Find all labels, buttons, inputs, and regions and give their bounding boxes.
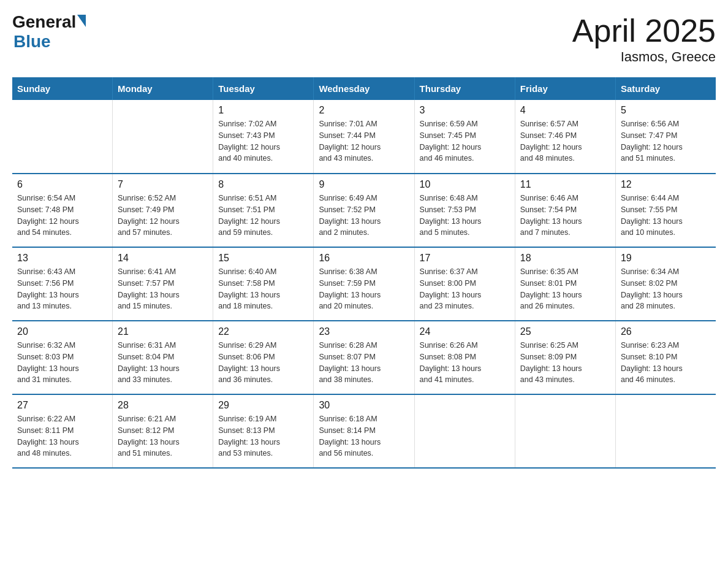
- week-row-1: 1Sunrise: 7:02 AM Sunset: 7:43 PM Daylig…: [12, 100, 716, 174]
- day-number: 7: [118, 179, 208, 190]
- day-info: Sunrise: 7:01 AM Sunset: 7:44 PM Dayligh…: [319, 118, 409, 164]
- weekday-header-tuesday: Tuesday: [213, 77, 314, 100]
- calendar-cell: 27Sunrise: 6:22 AM Sunset: 8:11 PM Dayli…: [12, 394, 113, 468]
- day-info: Sunrise: 6:38 AM Sunset: 7:59 PM Dayligh…: [319, 266, 409, 312]
- day-number: 9: [319, 179, 409, 190]
- day-number: 1: [218, 105, 308, 116]
- calendar-cell: 14Sunrise: 6:41 AM Sunset: 7:57 PM Dayli…: [113, 247, 213, 321]
- calendar-cell: 29Sunrise: 6:19 AM Sunset: 8:13 PM Dayli…: [213, 394, 314, 468]
- weekday-header-wednesday: Wednesday: [314, 77, 414, 100]
- day-info: Sunrise: 6:18 AM Sunset: 8:14 PM Dayligh…: [319, 413, 409, 459]
- calendar-cell: 30Sunrise: 6:18 AM Sunset: 8:14 PM Dayli…: [314, 394, 414, 468]
- day-number: 25: [520, 326, 610, 337]
- logo-general-text: General: [12, 12, 76, 32]
- day-number: 8: [218, 179, 308, 190]
- day-number: 3: [420, 105, 510, 116]
- day-info: Sunrise: 6:37 AM Sunset: 8:00 PM Dayligh…: [420, 266, 510, 312]
- logo-blue-text: Blue: [13, 32, 51, 51]
- day-info: Sunrise: 6:23 AM Sunset: 8:10 PM Dayligh…: [621, 340, 711, 386]
- day-number: 28: [118, 400, 208, 411]
- day-info: Sunrise: 6:22 AM Sunset: 8:11 PM Dayligh…: [17, 413, 107, 459]
- day-number: 19: [621, 253, 711, 264]
- day-number: 14: [118, 253, 208, 264]
- logo: General Blue: [12, 12, 86, 52]
- calendar-cell: 20Sunrise: 6:32 AM Sunset: 8:03 PM Dayli…: [12, 321, 113, 394]
- calendar-cell: 7Sunrise: 6:52 AM Sunset: 7:49 PM Daylig…: [113, 174, 213, 247]
- day-info: Sunrise: 6:32 AM Sunset: 8:03 PM Dayligh…: [17, 340, 107, 386]
- day-info: Sunrise: 6:21 AM Sunset: 8:12 PM Dayligh…: [118, 413, 208, 459]
- calendar-cell: [414, 394, 515, 468]
- day-number: 18: [520, 253, 610, 264]
- day-number: 20: [17, 326, 107, 337]
- weekday-header-row: SundayMondayTuesdayWednesdayThursdayFrid…: [12, 77, 716, 100]
- calendar-title: April 2025: [572, 12, 716, 49]
- calendar-location: Iasmos, Greece: [572, 49, 716, 65]
- day-number: 24: [420, 326, 510, 337]
- day-info: Sunrise: 6:28 AM Sunset: 8:07 PM Dayligh…: [319, 340, 409, 386]
- day-info: Sunrise: 6:25 AM Sunset: 8:09 PM Dayligh…: [520, 340, 610, 386]
- day-info: Sunrise: 6:26 AM Sunset: 8:08 PM Dayligh…: [420, 340, 510, 386]
- day-info: Sunrise: 6:49 AM Sunset: 7:52 PM Dayligh…: [319, 193, 409, 239]
- day-number: 12: [621, 179, 711, 190]
- day-number: 30: [319, 400, 409, 411]
- calendar-cell: 21Sunrise: 6:31 AM Sunset: 8:04 PM Dayli…: [113, 321, 213, 394]
- weekday-header-monday: Monday: [113, 77, 213, 100]
- day-info: Sunrise: 6:44 AM Sunset: 7:55 PM Dayligh…: [621, 193, 711, 239]
- day-info: Sunrise: 7:02 AM Sunset: 7:43 PM Dayligh…: [218, 118, 308, 164]
- day-info: Sunrise: 6:19 AM Sunset: 8:13 PM Dayligh…: [218, 413, 308, 459]
- week-row-2: 6Sunrise: 6:54 AM Sunset: 7:48 PM Daylig…: [12, 174, 716, 247]
- week-row-4: 20Sunrise: 6:32 AM Sunset: 8:03 PM Dayli…: [12, 321, 716, 394]
- weekday-header-thursday: Thursday: [414, 77, 515, 100]
- weekday-header-sunday: Sunday: [12, 77, 113, 100]
- calendar-cell: 23Sunrise: 6:28 AM Sunset: 8:07 PM Dayli…: [314, 321, 414, 394]
- day-info: Sunrise: 6:54 AM Sunset: 7:48 PM Dayligh…: [17, 193, 107, 239]
- day-number: 17: [420, 253, 510, 264]
- day-info: Sunrise: 6:57 AM Sunset: 7:46 PM Dayligh…: [520, 118, 610, 164]
- calendar-cell: 6Sunrise: 6:54 AM Sunset: 7:48 PM Daylig…: [12, 174, 113, 247]
- day-number: 6: [17, 179, 107, 190]
- day-number: 5: [621, 105, 711, 116]
- calendar-cell: 12Sunrise: 6:44 AM Sunset: 7:55 PM Dayli…: [615, 174, 716, 247]
- day-info: Sunrise: 6:56 AM Sunset: 7:47 PM Dayligh…: [621, 118, 711, 164]
- day-info: Sunrise: 6:41 AM Sunset: 7:57 PM Dayligh…: [118, 266, 208, 312]
- calendar-cell: [515, 394, 615, 468]
- day-info: Sunrise: 6:35 AM Sunset: 8:01 PM Dayligh…: [520, 266, 610, 312]
- day-info: Sunrise: 6:40 AM Sunset: 7:58 PM Dayligh…: [218, 266, 308, 312]
- week-row-5: 27Sunrise: 6:22 AM Sunset: 8:11 PM Dayli…: [12, 394, 716, 468]
- calendar-cell: 26Sunrise: 6:23 AM Sunset: 8:10 PM Dayli…: [615, 321, 716, 394]
- day-info: Sunrise: 6:34 AM Sunset: 8:02 PM Dayligh…: [621, 266, 711, 312]
- calendar-cell: 15Sunrise: 6:40 AM Sunset: 7:58 PM Dayli…: [213, 247, 314, 321]
- calendar-cell: [615, 394, 716, 468]
- day-number: 4: [520, 105, 610, 116]
- day-info: Sunrise: 6:31 AM Sunset: 8:04 PM Dayligh…: [118, 340, 208, 386]
- calendar-cell: 19Sunrise: 6:34 AM Sunset: 8:02 PM Dayli…: [615, 247, 716, 321]
- title-section: April 2025 Iasmos, Greece: [572, 12, 716, 65]
- day-number: 2: [319, 105, 409, 116]
- day-number: 23: [319, 326, 409, 337]
- day-number: 10: [420, 179, 510, 190]
- day-number: 26: [621, 326, 711, 337]
- calendar-cell: 16Sunrise: 6:38 AM Sunset: 7:59 PM Dayli…: [314, 247, 414, 321]
- weekday-header-friday: Friday: [515, 77, 615, 100]
- calendar-cell: [113, 100, 213, 174]
- calendar-cell: 10Sunrise: 6:48 AM Sunset: 7:53 PM Dayli…: [414, 174, 515, 247]
- weekday-header-saturday: Saturday: [615, 77, 716, 100]
- calendar-cell: 25Sunrise: 6:25 AM Sunset: 8:09 PM Dayli…: [515, 321, 615, 394]
- calendar-table: SundayMondayTuesdayWednesdayThursdayFrid…: [12, 77, 716, 469]
- day-number: 22: [218, 326, 308, 337]
- day-number: 16: [319, 253, 409, 264]
- day-info: Sunrise: 6:43 AM Sunset: 7:56 PM Dayligh…: [17, 266, 107, 312]
- week-row-3: 13Sunrise: 6:43 AM Sunset: 7:56 PM Dayli…: [12, 247, 716, 321]
- calendar-cell: 18Sunrise: 6:35 AM Sunset: 8:01 PM Dayli…: [515, 247, 615, 321]
- day-info: Sunrise: 6:29 AM Sunset: 8:06 PM Dayligh…: [218, 340, 308, 386]
- calendar-cell: 4Sunrise: 6:57 AM Sunset: 7:46 PM Daylig…: [515, 100, 615, 174]
- calendar-cell: 2Sunrise: 7:01 AM Sunset: 7:44 PM Daylig…: [314, 100, 414, 174]
- day-info: Sunrise: 6:48 AM Sunset: 7:53 PM Dayligh…: [420, 193, 510, 239]
- day-number: 29: [218, 400, 308, 411]
- day-info: Sunrise: 6:46 AM Sunset: 7:54 PM Dayligh…: [520, 193, 610, 239]
- calendar-cell: 13Sunrise: 6:43 AM Sunset: 7:56 PM Dayli…: [12, 247, 113, 321]
- day-info: Sunrise: 6:59 AM Sunset: 7:45 PM Dayligh…: [420, 118, 510, 164]
- day-info: Sunrise: 6:51 AM Sunset: 7:51 PM Dayligh…: [218, 193, 308, 239]
- calendar-cell: 9Sunrise: 6:49 AM Sunset: 7:52 PM Daylig…: [314, 174, 414, 247]
- calendar-cell: 28Sunrise: 6:21 AM Sunset: 8:12 PM Dayli…: [113, 394, 213, 468]
